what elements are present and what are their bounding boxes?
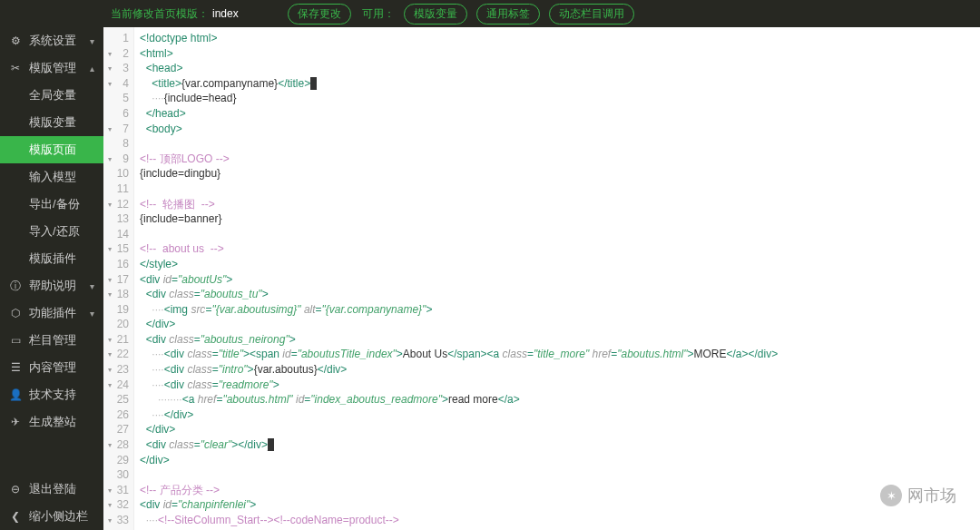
code-line[interactable]: <div class="aboutus_tu">: [140, 287, 980, 302]
chevron-icon: ▾: [90, 36, 94, 46]
code-line[interactable]: ····<div class="title"><span id="aboutus…: [140, 347, 980, 362]
sidebar-item-2[interactable]: 全局变量: [0, 82, 103, 109]
code-line[interactable]: <div id="chanpinfenlei">: [140, 497, 980, 513]
code-line[interactable]: [140, 467, 980, 483]
code-line[interactable]: <html>: [140, 46, 980, 62]
chevron-icon: ▴: [90, 64, 94, 74]
sidebar-icon: 👤: [9, 388, 22, 401]
line-number: 33: [103, 513, 132, 528]
sidebar-item-label: 模版插件: [29, 250, 94, 267]
sidebar-item-1[interactable]: ✂模版管理▴: [0, 54, 103, 82]
sidebar-item-12[interactable]: ☰内容管理: [0, 354, 103, 381]
code-line[interactable]: </div>: [140, 317, 980, 332]
line-number: 28: [103, 437, 132, 453]
sidebar-item-14[interactable]: ✈生成整站: [0, 408, 103, 436]
code-line[interactable]: </head>: [140, 106, 980, 122]
line-number: 2: [103, 46, 132, 62]
line-number: 19: [103, 302, 132, 318]
sidebar-item-11[interactable]: ▭栏目管理: [0, 327, 103, 354]
breadcrumb: 当前修改首页模版： index: [111, 6, 239, 22]
line-number: 25: [103, 392, 132, 407]
sidebar-item-label: 系统设置: [29, 33, 83, 49]
line-number: 26: [103, 407, 132, 423]
code-line[interactable]: <title>{var.companyname}</title>_: [140, 76, 980, 92]
line-number: 32: [103, 497, 132, 513]
sidebar-item-10[interactable]: ⬡功能插件▾: [0, 299, 103, 327]
line-number: 29: [103, 453, 132, 468]
code-line[interactable]: </div>: [140, 453, 980, 468]
code-line[interactable]: ········<a href="aboutus.html" id="index…: [140, 392, 980, 407]
sidebar-icon: ⊖: [9, 483, 22, 496]
code-line[interactable]: [140, 182, 980, 197]
line-number: 3: [103, 61, 132, 76]
line-number: 21: [103, 332, 132, 348]
code-line[interactable]: <!-- 产品分类 -->: [140, 483, 980, 498]
sidebar-item-5[interactable]: 输入模型: [0, 163, 103, 191]
crumb-prefix: 当前修改首页模版：: [111, 6, 209, 22]
sidebar-item-0[interactable]: ⚙系统设置▾: [0, 27, 103, 54]
line-number: 4: [103, 76, 132, 92]
sidebar-item-label: 内容管理: [29, 359, 94, 376]
sidebar-item-9[interactable]: ⓘ帮助说明▾: [0, 272, 103, 299]
sidebar-icon: ▭: [9, 334, 22, 347]
sidebar-footer-0[interactable]: ⊖退出登陆: [0, 476, 103, 503]
code-line[interactable]: ····<!--SiteColumn_Start--><!--codeName=…: [140, 513, 980, 528]
code-line[interactable]: ····</div>: [140, 407, 980, 423]
code-line[interactable]: <div class="clear"></div>_: [140, 437, 980, 453]
chevron-icon: ▾: [90, 281, 94, 291]
code-line[interactable]: <div id="aboutUs">: [140, 272, 980, 288]
code-line[interactable]: <!-- 轮播图 -->: [140, 197, 980, 212]
code-line[interactable]: ····{include=head}: [140, 91, 980, 106]
sidebar-item-label: 全局变量: [29, 87, 94, 103]
code-line[interactable]: <body>: [140, 122, 980, 137]
code-line[interactable]: {include=banner}: [140, 211, 980, 227]
code-line[interactable]: </div>: [140, 422, 980, 437]
line-number: 7: [103, 122, 132, 137]
sidebar-icon: ✂: [9, 62, 22, 74]
save-button[interactable]: 保存更改: [288, 4, 351, 25]
common-tag-button[interactable]: 通用标签: [476, 4, 540, 25]
code-line[interactable]: <!-- about us -->: [140, 241, 980, 257]
watermark-text: 网市场: [907, 485, 956, 506]
line-gutter: 1234567891011121314151617181920212223242…: [103, 27, 134, 530]
line-number: 24: [103, 378, 132, 393]
code-line[interactable]: ····<img src="{var.aboutusimg}" alt="{va…: [140, 302, 980, 318]
code-line[interactable]: [140, 227, 980, 242]
sidebar-item-13[interactable]: 👤技术支持: [0, 381, 103, 408]
code-line[interactable]: <!-- 顶部LOGO -->: [140, 152, 980, 167]
line-number: 20: [103, 317, 132, 332]
sidebar-item-label: 生成整站: [29, 414, 94, 430]
line-number: 23: [103, 362, 132, 378]
code-line[interactable]: [140, 136, 980, 152]
code-line[interactable]: ····<div class="intro">{var.aboutus}</di…: [140, 362, 980, 378]
sidebar-item-7[interactable]: 导入/还原: [0, 218, 103, 245]
watermark: ✶ 网市场: [880, 485, 956, 506]
sidebar-item-6[interactable]: 导出/备份: [0, 191, 103, 218]
code-line[interactable]: <div class="aboutus_neirong">: [140, 332, 980, 348]
sidebar-item-label: 输入模型: [29, 169, 94, 185]
sidebar-item-4[interactable]: 模版页面: [0, 136, 103, 163]
line-number: 17: [103, 272, 132, 288]
dynamic-column-button[interactable]: 动态栏目调用: [549, 4, 634, 25]
code-line[interactable]: {include=dingbu}: [140, 166, 980, 182]
code-line[interactable]: ····<div class="readmore">: [140, 378, 980, 393]
sidebar-item-8[interactable]: 模版插件: [0, 245, 103, 272]
line-number: 31: [103, 483, 132, 498]
template-var-button[interactable]: 模版变量: [404, 4, 467, 25]
sidebar-icon: ⚙: [9, 34, 22, 47]
sidebar-icon: ⬡: [9, 307, 22, 319]
line-number: 15: [103, 241, 132, 257]
code-editor[interactable]: 1234567891011121314151617181920212223242…: [103, 27, 980, 530]
sidebar-item-label: 缩小侧边栏: [29, 508, 94, 525]
code-line[interactable]: <!doctype html>: [140, 31, 980, 46]
sidebar-footer-1[interactable]: ❮缩小侧边栏: [0, 503, 103, 530]
available-label: 可用：: [362, 6, 395, 22]
sidebar-icon: ✈: [9, 416, 22, 428]
line-number: 30: [103, 467, 132, 483]
code-line[interactable]: </style>: [140, 257, 980, 272]
code-line[interactable]: <head>: [140, 61, 980, 76]
code-area[interactable]: <!doctype html><html> <head> <title>{var…: [134, 27, 980, 530]
sidebar-item-3[interactable]: 模版变量: [0, 109, 103, 136]
line-number: 12: [103, 197, 132, 212]
line-number: 11: [103, 182, 132, 197]
